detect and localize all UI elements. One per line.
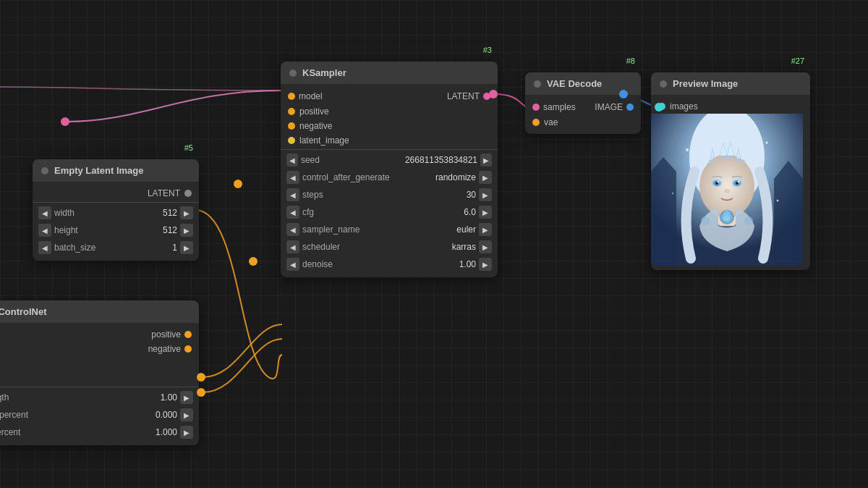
denoise-value: 1.00 bbox=[407, 259, 476, 269]
steps-value: 30 bbox=[407, 190, 476, 200]
vae-decode-node: #8 VAE Decode samples IMAGE vae bbox=[525, 72, 641, 134]
steps-decrease-btn[interactable]: ◀ bbox=[286, 188, 299, 201]
strength-value: 1.00 bbox=[161, 392, 177, 403]
start-percent-row: ◀ tart_percent 0.000 ▶ bbox=[0, 406, 199, 424]
acn-positive-out-port[interactable] bbox=[184, 331, 192, 338]
apply-controlnet-node: #25 ply ControlNet itive positive ative … bbox=[0, 300, 199, 445]
batch-label: batch_size bbox=[54, 243, 169, 253]
batch-value: 1 bbox=[172, 243, 177, 253]
vae-input-port[interactable] bbox=[532, 119, 540, 126]
sampler-increase-btn[interactable]: ▶ bbox=[479, 223, 492, 236]
strength-label: trength bbox=[0, 392, 158, 403]
svg-point-15 bbox=[738, 181, 740, 183]
cag-decrease-btn[interactable]: ◀ bbox=[286, 171, 299, 184]
width-label: width bbox=[54, 208, 160, 218]
preview-image-node: #27 Preview Image images bbox=[651, 72, 810, 270]
control-after-generate-row: ◀ control_after_generate randomize ▶ bbox=[281, 169, 498, 186]
samples-input-port[interactable] bbox=[532, 104, 540, 111]
cfg-decrease-btn[interactable]: ◀ bbox=[286, 206, 299, 219]
batch-decrease-btn[interactable]: ◀ bbox=[38, 241, 51, 254]
height-increase-btn[interactable]: ▶ bbox=[180, 224, 193, 237]
latent-out-label: LATENT bbox=[447, 91, 480, 101]
empty-latent-title: Empty Latent Image bbox=[54, 165, 144, 176]
batch-increase-btn[interactable]: ▶ bbox=[180, 241, 193, 254]
cag-value: randomize bbox=[407, 172, 476, 182]
latent-image-input-port[interactable] bbox=[288, 137, 295, 144]
steps-increase-btn[interactable]: ▶ bbox=[479, 188, 492, 201]
svg-point-24 bbox=[744, 216, 753, 225]
strength-increase-btn[interactable]: ▶ bbox=[180, 391, 193, 404]
svg-point-28 bbox=[777, 200, 779, 202]
sampler-name-value: euler bbox=[407, 224, 476, 235]
positive-input-port[interactable] bbox=[288, 108, 295, 115]
scheduler-increase-btn[interactable]: ▶ bbox=[479, 240, 492, 253]
positive-connection-dot bbox=[197, 373, 205, 382]
apply-controlnet-header: ply ControlNet bbox=[0, 300, 199, 323]
negative-connection-dot bbox=[197, 388, 205, 397]
positive-label: positive bbox=[299, 106, 329, 117]
seed-decrease-btn[interactable]: ◀ bbox=[286, 153, 298, 167]
ksampler-header: KSampler bbox=[281, 62, 498, 84]
latent-output-port[interactable] bbox=[184, 190, 192, 197]
acn-controlnet-port-row: trol_net bbox=[0, 356, 199, 371]
width-value: 512 bbox=[163, 208, 177, 218]
svg-point-14 bbox=[718, 181, 720, 183]
node-id-5: #5 bbox=[184, 143, 193, 152]
samples-label: samples bbox=[543, 102, 576, 112]
model-input-port[interactable] bbox=[288, 93, 295, 100]
empty-latent-header: Empty Latent Image bbox=[33, 159, 199, 182]
sampler-decrease-btn[interactable]: ◀ bbox=[286, 223, 299, 236]
acn-negative-out-port[interactable] bbox=[184, 345, 192, 353]
cfg-increase-btn[interactable]: ▶ bbox=[479, 206, 492, 219]
sampler-name-row: ◀ sampler_name euler ▶ bbox=[281, 221, 498, 238]
ksampler-title: KSampler bbox=[302, 67, 346, 78]
start-percent-value: 0.000 bbox=[156, 410, 177, 420]
ksampler-node: #3 KSampler model LATENT positive negati… bbox=[281, 62, 498, 277]
denoise-increase-btn[interactable]: ▶ bbox=[479, 258, 492, 271]
height-decrease-btn[interactable]: ◀ bbox=[38, 224, 51, 237]
cag-increase-btn[interactable]: ▶ bbox=[479, 171, 492, 184]
start-percent-label: tart_percent bbox=[0, 410, 153, 420]
latent-output-row: LATENT bbox=[33, 186, 199, 201]
cag-label: control_after_generate bbox=[302, 172, 404, 182]
latent-output-label: LATENT bbox=[148, 188, 180, 198]
negative-label: negative bbox=[299, 121, 332, 131]
empty-latent-body: LATENT ◀ width 512 ▶ ◀ height 512 ▶ ◀ ba… bbox=[33, 182, 199, 261]
preview-image-display bbox=[651, 114, 803, 266]
steps-label: steps bbox=[302, 190, 404, 200]
images-port-row: images bbox=[651, 99, 810, 114]
width-row: ◀ width 512 ▶ bbox=[33, 204, 199, 222]
preview-image-title: Preview Image bbox=[673, 78, 738, 89]
strength-row: ◀ trength 1.00 ▶ bbox=[0, 389, 199, 406]
cfg-row: ◀ cfg 6.0 ▶ bbox=[281, 203, 498, 221]
width-decrease-btn[interactable]: ◀ bbox=[38, 206, 51, 219]
seed-row: ◀ seed 266811353834821 ▶ bbox=[281, 151, 498, 169]
end-increase-btn[interactable]: ▶ bbox=[180, 426, 193, 439]
ksampler-body: model LATENT positive negative latent_im… bbox=[281, 84, 498, 277]
acn-negative-out-label: negative bbox=[148, 344, 181, 354]
scheduler-row: ◀ scheduler karras ▶ bbox=[281, 238, 498, 256]
denoise-decrease-btn[interactable]: ◀ bbox=[286, 258, 299, 271]
sampler-name-label: sampler_name bbox=[302, 224, 404, 235]
acn-positive-out-label: positive bbox=[151, 329, 181, 340]
apply-controlnet-title: ply ControlNet bbox=[0, 306, 47, 317]
svg-point-7 bbox=[699, 154, 754, 218]
image-output-port[interactable] bbox=[626, 104, 634, 111]
negative-input-port[interactable] bbox=[288, 122, 295, 130]
vae-label: vae bbox=[544, 117, 558, 127]
scheduler-decrease-btn[interactable]: ◀ bbox=[286, 240, 299, 253]
seed-increase-btn[interactable]: ▶ bbox=[480, 153, 492, 167]
apply-controlnet-body: itive positive ative negative trol_net g… bbox=[0, 323, 199, 445]
svg-point-25 bbox=[686, 148, 689, 151]
scheduler-value: karras bbox=[407, 242, 476, 252]
svg-point-16 bbox=[724, 189, 730, 193]
acn-image-port-row: ge bbox=[0, 371, 199, 385]
model-connection-dot bbox=[61, 117, 69, 126]
node-status-dot bbox=[41, 167, 48, 174]
end-percent-row: ◀ d_percent 1.000 ▶ bbox=[0, 424, 199, 441]
preview-status-dot bbox=[660, 80, 667, 88]
preview-image-header: Preview Image bbox=[651, 72, 810, 95]
start-increase-btn[interactable]: ▶ bbox=[180, 408, 193, 421]
width-increase-btn[interactable]: ▶ bbox=[180, 206, 193, 219]
svg-point-27 bbox=[672, 193, 673, 194]
